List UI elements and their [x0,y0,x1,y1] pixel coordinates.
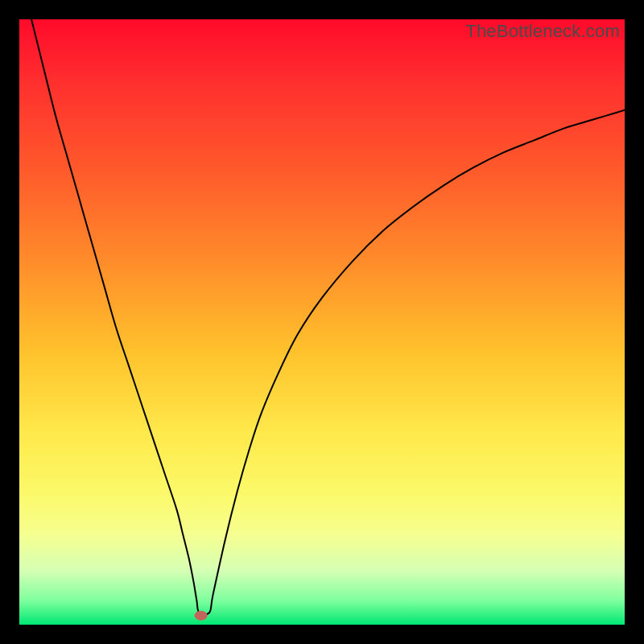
bottleneck-curve [31,19,625,614]
chart-svg [19,19,625,625]
chart-frame: TheBottleneck.com [0,0,644,644]
plot-area: TheBottleneck.com [19,19,625,625]
curve-marker [195,611,208,621]
